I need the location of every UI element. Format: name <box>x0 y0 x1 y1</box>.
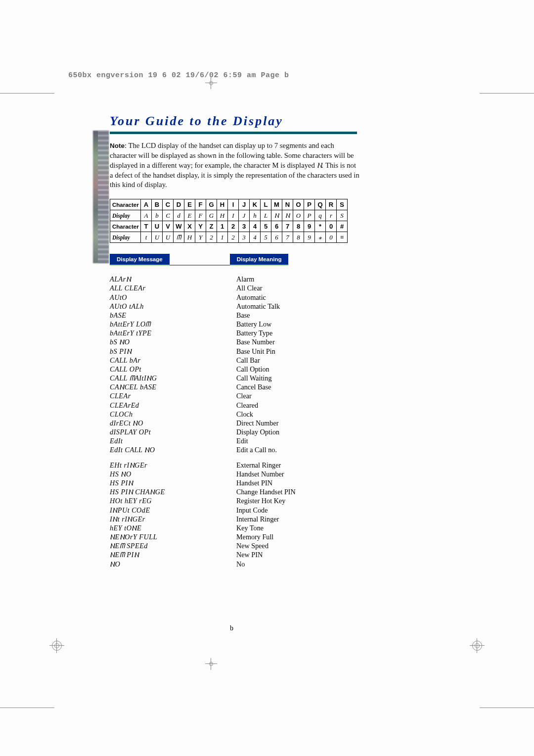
display-message-code: ⲚEⲚOrY FULL <box>110 532 236 541</box>
display-meaning-text: Automatic <box>236 293 363 302</box>
registration-mark-left <box>49 638 64 653</box>
display-meaning-text: Register Hot Key <box>236 496 363 505</box>
display-meaning-text: Cancel Base <box>236 382 363 391</box>
display-meaning-text: Clear <box>236 391 363 400</box>
page-number: b <box>230 624 233 632</box>
charmap-label-display: Display <box>110 210 141 221</box>
display-meaning-text: Input Code <box>236 506 363 515</box>
display-meaning-text: Cleared <box>236 401 363 410</box>
display-meaning-text: New PIN <box>236 550 363 559</box>
character-map-table: Character A B C D E F G H I J K L M N O … <box>110 199 348 243</box>
display-message-code: EdIt <box>110 436 236 445</box>
display-message-code: AUtO <box>110 293 236 302</box>
display-message-code: dISPLAY OPt <box>110 427 236 436</box>
decorative-side-strip-overlay <box>98 131 109 263</box>
display-meaning-text: All Clear <box>236 284 363 292</box>
trim-rule-bottom-right <box>480 708 534 708</box>
display-message-code: CLOCh <box>110 410 236 419</box>
charmap-label-display-2: Display <box>110 232 141 243</box>
display-meaning-text: Base <box>236 311 363 320</box>
display-message-code: CALL ᗰAItIⲚG <box>110 374 236 382</box>
display-meaning-text: Display Option <box>236 427 363 436</box>
display-meaning-text: Base Unit Pin <box>236 347 363 356</box>
page-title: Your Guide to the Display <box>110 114 360 129</box>
display-message-code: CLEArEd <box>110 401 236 410</box>
note-label: Note <box>110 142 125 149</box>
note-glyph-example: Ⲛ. <box>317 161 324 169</box>
display-message-code: CALL bAr <box>110 356 236 365</box>
display-message-code: EdIt CALL ⲚO <box>110 445 236 454</box>
display-message-code: ⲚEᗰ SPEEd <box>110 541 236 550</box>
charmap-label-character: Character <box>110 199 141 210</box>
display-meaning-text: Direct Number <box>236 419 363 427</box>
display-message-code: HS PIⲚ CHAⲚGE <box>110 487 236 496</box>
display-meaning-text: Call Bar <box>236 356 363 365</box>
display-meaning-text: Battery Type <box>236 329 363 337</box>
display-message-code: HOt hEY rEG <box>110 496 236 505</box>
charmap-label-character-2: Character <box>110 221 141 232</box>
display-meaning-text: Call Waiting <box>236 374 363 382</box>
display-message-code: bS PIⲚ <box>110 347 236 356</box>
display-message-code: HS PIⲚ <box>110 478 236 487</box>
display-meaning-text: Edit a Call no. <box>236 445 363 454</box>
display-meaning-text: Clock <box>236 410 363 419</box>
print-header-meta: 650bx engversion 19 6 02 19/6/02 6:59 am… <box>68 71 289 80</box>
display-message-code: AUtO tALh <box>110 302 236 311</box>
display-message-code: bAttErY tYPE <box>110 329 236 337</box>
display-meaning-text: Automatic Talk <box>236 302 363 311</box>
display-message-code: dIrECt ⲚO <box>110 419 236 427</box>
registration-mark-right <box>470 638 485 653</box>
display-message-code: ALL CLEAr <box>110 284 236 292</box>
display-message-code: hEY tOⲚE <box>110 523 236 532</box>
trim-rule-top-right <box>480 93 534 94</box>
column-heading-bar: Display Message Display Meaning <box>110 254 360 266</box>
charmap-row-disp-1: Display A b C d E F G H I J h L Ⲛ Ⲛ O P … <box>110 210 348 221</box>
charmap-row-char-1: Character A B C D E F G H I J K L M N O … <box>110 199 348 210</box>
display-meaning-text: Base Number <box>236 337 363 346</box>
display-meaning-text: Alarm <box>236 275 363 284</box>
display-message-code: IⲚt rIⲚGEr <box>110 515 236 523</box>
heading-display-message: Display Message <box>110 254 170 266</box>
title-underline <box>110 132 357 134</box>
display-meaning-text: Memory Full <box>236 532 363 541</box>
page-content: Your Guide to the Display Note: The LCD … <box>110 114 360 568</box>
note-paragraph: Note: The LCD display of the handset can… <box>110 141 360 190</box>
display-message-code: bS ⲚO <box>110 337 236 346</box>
display-message-code: ALArⲚ <box>110 275 236 284</box>
display-meaning-text: Handset Number <box>236 470 363 478</box>
display-meaning-text: Internal Ringer <box>236 515 363 523</box>
display-meaning-text: Change Handset PIN <box>236 487 363 496</box>
display-message-code: CAⲚCEL bASE <box>110 382 236 391</box>
charmap-row-char-2: Character T U V W X Y Z 1 2 3 4 5 6 7 8 … <box>110 221 348 232</box>
display-message-code: bAttErY LOᗰ <box>110 320 236 329</box>
display-message-code: HS ⲚO <box>110 470 236 478</box>
display-meaning-text: New Speed <box>236 541 363 550</box>
display-message-code: ⲚEᗰ PIⲚ <box>110 550 236 559</box>
charmap-row-disp-2: Display t U U ᗰ H Y 2 1 2 3 4 5 6 7 8 9 … <box>110 232 348 243</box>
display-message-code: ⲚO <box>110 560 236 568</box>
heading-divider-graphic <box>170 265 230 266</box>
display-message-code: CLEAr <box>110 391 236 400</box>
display-meaning-text: Key Tone <box>236 523 363 532</box>
display-meaning-text: External Ringer <box>236 461 363 470</box>
heading-display-meaning: Display Meaning <box>230 254 289 266</box>
trim-rule-top-left <box>0 93 54 94</box>
display-message-code: EHt rIⲚGEr <box>110 461 236 470</box>
display-meaning-text: Battery Low <box>236 320 363 329</box>
trim-rule-bottom-left <box>0 708 54 708</box>
display-meaning-text: Call Option <box>236 365 363 374</box>
display-message-code: IⲚPUt COdE <box>110 506 236 515</box>
display-message-code: bASE <box>110 311 236 320</box>
display-meaning-text: Handset PIN <box>236 478 363 487</box>
display-message-code: CALL OPt <box>110 365 236 374</box>
definitions-list-1: ALArⲚAlarmALL CLEArAll ClearAUtOAutomati… <box>110 275 360 454</box>
display-meaning-text: Edit <box>236 436 363 445</box>
crop-mark-top <box>205 77 217 89</box>
display-meaning-text: No <box>236 560 363 568</box>
definitions-list-2: EHt rIⲚGErExternal RingerHS ⲚOHandset Nu… <box>110 461 360 568</box>
crop-mark-bottom <box>205 658 217 670</box>
